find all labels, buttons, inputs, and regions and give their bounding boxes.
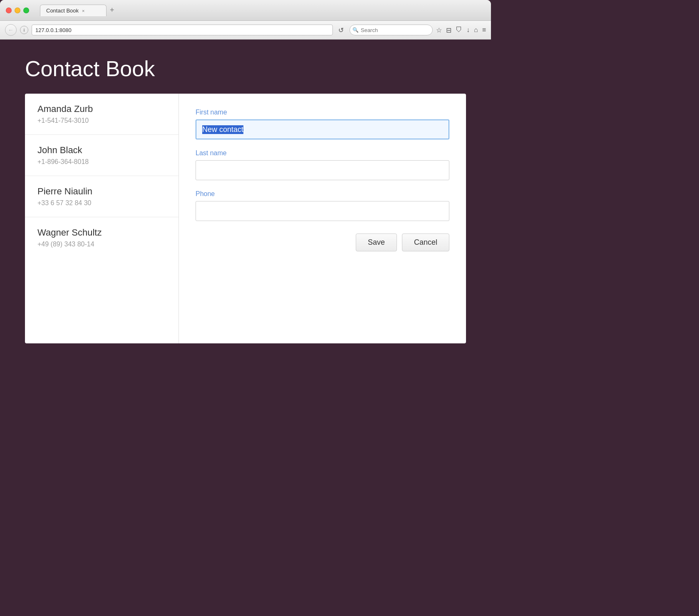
info-button[interactable]: i bbox=[20, 26, 28, 34]
shield-icon[interactable]: ⛉ bbox=[456, 26, 462, 34]
traffic-lights bbox=[6, 7, 29, 13]
reading-list-icon[interactable]: ⊟ bbox=[446, 26, 451, 34]
cancel-button[interactable]: Cancel bbox=[402, 233, 449, 251]
tab-bar: Contact Book × + bbox=[40, 4, 485, 16]
address-bar[interactable]: 127.0.0.1:8080 bbox=[32, 25, 333, 35]
last-name-label: Last name bbox=[196, 149, 449, 157]
contact-phone: +33 6 57 32 84 30 bbox=[37, 199, 166, 207]
browser-toolbar: ← i 127.0.0.1:8080 ↺ 🔍 ☆ ⊟ ⛉ ↓ ⌂ ≡ bbox=[0, 21, 491, 40]
page-title: Contact Book bbox=[25, 56, 466, 81]
phone-label: Phone bbox=[196, 190, 449, 198]
contact-name: Amanda Zurb bbox=[37, 104, 166, 114]
contact-name: Pierre Niaulin bbox=[37, 186, 166, 197]
download-icon[interactable]: ↓ bbox=[466, 26, 470, 34]
last-name-input[interactable] bbox=[196, 160, 449, 180]
list-item[interactable]: Amanda Zurb +1-541-754-3010 bbox=[25, 94, 178, 135]
contact-phone: +1-896-364-8018 bbox=[37, 158, 166, 166]
save-button[interactable]: Save bbox=[356, 233, 397, 251]
info-icon: i bbox=[24, 27, 25, 32]
browser-titlebar: Contact Book × + bbox=[0, 0, 491, 21]
detail-panel: First name Last name Phone Save Cancel bbox=[179, 94, 466, 343]
list-item[interactable]: Wagner Schultz +49 (89) 343 80-14 bbox=[25, 217, 178, 258]
form-actions: Save Cancel bbox=[196, 233, 449, 251]
reload-button[interactable]: ↺ bbox=[336, 25, 346, 35]
close-window-button[interactable] bbox=[6, 7, 12, 13]
phone-group: Phone bbox=[196, 190, 449, 221]
home-icon[interactable]: ⌂ bbox=[474, 26, 478, 34]
tab-title: Contact Book bbox=[46, 7, 79, 14]
last-name-group: Last name bbox=[196, 149, 449, 180]
contact-phone: +1-541-754-3010 bbox=[37, 117, 166, 124]
tab-close-button[interactable]: × bbox=[82, 8, 84, 13]
browser-window: Contact Book × + ← i 127.0.0.1:8080 ↺ 🔍 … bbox=[0, 0, 491, 414]
contact-name: Wagner Schultz bbox=[37, 227, 166, 238]
maximize-window-button[interactable] bbox=[23, 7, 29, 13]
contact-phone: +49 (89) 343 80-14 bbox=[37, 241, 166, 248]
first-name-label: First name bbox=[196, 109, 449, 116]
first-name-group: First name bbox=[196, 109, 449, 139]
back-icon: ← bbox=[8, 27, 14, 33]
list-item[interactable]: Pierre Niaulin +33 6 57 32 84 30 bbox=[25, 176, 178, 217]
phone-input[interactable] bbox=[196, 201, 449, 221]
active-tab[interactable]: Contact Book × bbox=[40, 5, 107, 16]
toolbar-icons: ☆ ⊟ ⛉ ↓ ⌂ ≡ bbox=[436, 26, 486, 34]
list-item[interactable]: John Black +1-896-364-8018 bbox=[25, 135, 178, 176]
address-text: 127.0.0.1:8080 bbox=[35, 27, 72, 33]
first-name-input[interactable] bbox=[196, 119, 449, 139]
search-input[interactable] bbox=[350, 25, 433, 35]
contact-name: John Black bbox=[37, 145, 166, 156]
search-wrapper: 🔍 bbox=[350, 25, 433, 35]
minimize-window-button[interactable] bbox=[15, 7, 20, 13]
new-tab-button[interactable]: + bbox=[107, 4, 118, 16]
reload-icon: ↺ bbox=[338, 26, 344, 34]
main-panel: Amanda Zurb +1-541-754-3010 John Black +… bbox=[25, 94, 466, 343]
contact-list: Amanda Zurb +1-541-754-3010 John Black +… bbox=[25, 94, 179, 343]
menu-icon[interactable]: ≡ bbox=[482, 26, 486, 34]
bookmarks-icon[interactable]: ☆ bbox=[436, 26, 442, 34]
back-button[interactable]: ← bbox=[5, 24, 17, 36]
page-content: Contact Book Amanda Zurb +1-541-754-3010… bbox=[0, 40, 491, 414]
